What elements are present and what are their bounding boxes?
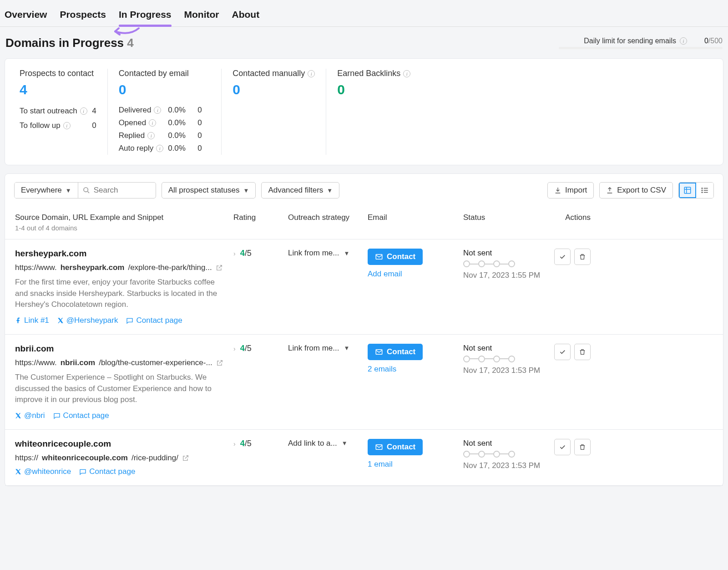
social-link[interactable]: @whiteonrice bbox=[15, 467, 71, 476]
chevron-right-icon: › bbox=[233, 250, 236, 257]
view-table-button[interactable] bbox=[679, 183, 696, 198]
url-example[interactable]: https://www.nbrii.com/blog/the-customer-… bbox=[15, 358, 233, 367]
domains-table: Everywhere ▼ All prospect statuses ▼ Adv… bbox=[5, 173, 723, 486]
social-link[interactable]: Contact page bbox=[126, 316, 182, 325]
stat-emailed: Contacted by email 0 Deliveredi0.0%0 Ope… bbox=[108, 69, 222, 155]
svg-point-3 bbox=[702, 190, 703, 191]
stat-prospects: Prospects to contact 4 To start outreach… bbox=[9, 69, 108, 155]
scope-dropdown[interactable]: Everywhere ▼ bbox=[15, 183, 78, 198]
strategy-dropdown[interactable]: Link from me... ▼ bbox=[288, 249, 368, 258]
external-link-icon[interactable] bbox=[216, 264, 223, 271]
stat-backlinks: Earned Backlinksi 0 bbox=[326, 69, 421, 155]
contact-button[interactable]: Contact bbox=[368, 344, 423, 360]
import-button[interactable]: Import bbox=[547, 182, 594, 198]
svg-point-0 bbox=[84, 188, 88, 192]
info-icon[interactable]: i bbox=[147, 132, 155, 139]
annotation-arrow-icon bbox=[111, 25, 143, 38]
stat-manual: Contacted manuallyi 0 bbox=[222, 69, 326, 155]
chevron-down-icon: ▼ bbox=[243, 187, 249, 194]
view-list-button[interactable] bbox=[696, 183, 713, 198]
table-icon bbox=[683, 186, 692, 194]
tab-monitor[interactable]: Monitor bbox=[184, 5, 219, 26]
info-icon[interactable]: i bbox=[680, 37, 687, 45]
info-icon[interactable]: i bbox=[149, 119, 156, 127]
contact-button[interactable]: Contact bbox=[368, 439, 423, 455]
status-cell: Not sent Nov 17, 2023 1:53 PM bbox=[463, 344, 550, 375]
search-icon bbox=[83, 187, 90, 194]
tab-bar: Overview Prospects In Progress Monitor A… bbox=[0, 0, 728, 27]
chat-icon bbox=[53, 412, 61, 419]
f-icon bbox=[15, 317, 21, 324]
social-link[interactable]: @Hersheypark bbox=[57, 316, 118, 325]
social-link[interactable]: @nbri bbox=[15, 411, 45, 420]
rating-cell[interactable]: ›4/5 bbox=[233, 344, 288, 353]
tab-prospects[interactable]: Prospects bbox=[60, 5, 106, 26]
svg-rect-1 bbox=[684, 187, 691, 193]
info-icon[interactable]: i bbox=[156, 145, 163, 152]
info-icon[interactable]: i bbox=[403, 70, 410, 77]
tab-in-progress[interactable]: In Progress bbox=[119, 5, 172, 26]
info-icon[interactable]: i bbox=[308, 70, 315, 77]
email-link[interactable]: 2 emails bbox=[368, 365, 396, 374]
mail-icon bbox=[375, 443, 383, 451]
daily-limit: Daily limit for sending emails i 0/500 bbox=[559, 37, 723, 49]
export-button[interactable]: Export to CSV bbox=[599, 182, 673, 198]
mark-done-button[interactable] bbox=[554, 439, 571, 455]
rating-cell[interactable]: ›4/5 bbox=[233, 249, 288, 258]
chevron-right-icon: › bbox=[233, 345, 236, 352]
rating-cell[interactable]: ›4/5 bbox=[233, 439, 288, 448]
chevron-down-icon: ▼ bbox=[344, 345, 349, 351]
contact-button[interactable]: Contact bbox=[368, 249, 423, 265]
check-icon bbox=[559, 443, 566, 451]
url-example[interactable]: https://www.hersheypark.com/explore-the-… bbox=[15, 263, 233, 272]
mark-done-button[interactable] bbox=[554, 344, 571, 360]
svg-point-4 bbox=[702, 192, 703, 193]
snippet: The Customer Experience – Spotlight on S… bbox=[15, 372, 224, 406]
domain-name[interactable]: nbrii.com bbox=[15, 344, 233, 354]
status-cell: Not sent Nov 17, 2023 1:55 PM bbox=[463, 249, 550, 280]
chat-icon bbox=[126, 317, 133, 324]
mail-icon bbox=[375, 253, 383, 261]
advanced-filters-dropdown[interactable]: Advanced filters ▼ bbox=[261, 182, 339, 198]
delete-button[interactable] bbox=[574, 344, 591, 360]
delete-button[interactable] bbox=[574, 249, 591, 265]
list-icon bbox=[701, 186, 709, 194]
tab-overview[interactable]: Overview bbox=[5, 5, 47, 26]
domain-name[interactable]: whiteonricecouple.com bbox=[15, 439, 233, 449]
url-example[interactable]: https://whiteonricecouple.com/rice-puddi… bbox=[15, 453, 233, 463]
strategy-dropdown[interactable]: Add link to a... ▼ bbox=[288, 439, 368, 448]
mark-done-button[interactable] bbox=[554, 249, 571, 265]
upload-icon bbox=[606, 187, 613, 194]
status-filter-dropdown[interactable]: All prospect statuses ▼ bbox=[162, 182, 256, 198]
chevron-down-icon: ▼ bbox=[66, 187, 71, 194]
chevron-right-icon: › bbox=[233, 440, 236, 448]
chat-icon bbox=[79, 468, 86, 475]
email-link[interactable]: 1 email bbox=[368, 460, 393, 469]
external-link-icon[interactable] bbox=[182, 454, 189, 462]
tab-about[interactable]: About bbox=[232, 5, 259, 26]
email-link[interactable]: Add email bbox=[368, 270, 402, 279]
table-row: hersheypark.com https://www.hersheypark.… bbox=[5, 239, 723, 335]
table-row: whiteonricecouple.com https://whiteonric… bbox=[5, 430, 723, 486]
check-icon bbox=[559, 253, 566, 260]
domain-name[interactable]: hersheypark.com bbox=[15, 249, 233, 259]
x-icon bbox=[57, 317, 64, 324]
stats-card: Prospects to contact 4 To start outreach… bbox=[5, 58, 723, 165]
chevron-down-icon: ▼ bbox=[342, 440, 348, 447]
info-icon[interactable]: i bbox=[63, 122, 71, 129]
external-link-icon[interactable] bbox=[216, 359, 223, 366]
info-icon[interactable]: i bbox=[80, 107, 87, 115]
chevron-down-icon: ▼ bbox=[344, 250, 349, 257]
download-icon bbox=[554, 187, 561, 194]
social-link[interactable]: Contact page bbox=[53, 411, 109, 420]
strategy-dropdown[interactable]: Link from me... ▼ bbox=[288, 344, 368, 353]
x-icon bbox=[15, 412, 21, 419]
snippet: For the first time ever, enjoy your favo… bbox=[15, 277, 224, 310]
trash-icon bbox=[579, 348, 586, 356]
social-link[interactable]: Contact page bbox=[79, 467, 135, 476]
info-icon[interactable]: i bbox=[154, 107, 161, 114]
status-cell: Not sent Nov 17, 2023 1:53 PM bbox=[463, 439, 550, 470]
delete-button[interactable] bbox=[574, 439, 591, 455]
social-link[interactable]: Link #1 bbox=[15, 316, 49, 325]
trash-icon bbox=[579, 253, 586, 260]
